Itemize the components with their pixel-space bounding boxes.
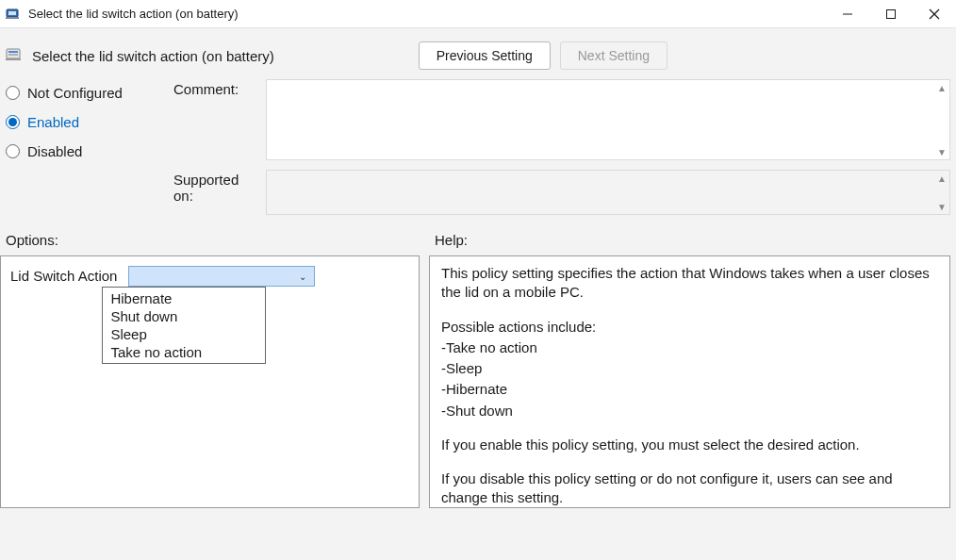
svg-rect-8 xyxy=(8,51,18,53)
supported-on-label: Supported on: xyxy=(173,170,260,204)
window-controls xyxy=(826,0,956,27)
help-line: If you disable this policy setting or do… xyxy=(441,469,938,508)
help-panel: This policy setting specifies the action… xyxy=(429,255,950,508)
scroll-up-icon[interactable]: ▲ xyxy=(936,82,948,93)
scroll-down-icon[interactable]: ▼ xyxy=(936,146,948,157)
options-label: Options: xyxy=(6,232,435,248)
supported-on-textbox: ▲ ▼ xyxy=(266,170,950,215)
nav-buttons: Previous Setting Next Setting xyxy=(419,41,668,70)
window-title: Select the lid switch action (on battery… xyxy=(28,7,826,21)
comment-label: Comment: xyxy=(173,79,260,97)
help-line: -Take no action xyxy=(441,338,938,357)
radio-icon xyxy=(6,86,20,100)
svg-rect-4 xyxy=(887,10,896,19)
dropdown-item-shut-down[interactable]: Shut down xyxy=(103,307,265,325)
section-labels: Options: Help: xyxy=(0,215,956,255)
previous-setting-button[interactable]: Previous Setting xyxy=(419,41,551,70)
app-icon xyxy=(6,7,21,22)
close-button[interactable] xyxy=(913,0,956,28)
options-panel: Lid Switch Action ⌄ Hibernate Shut down … xyxy=(0,255,420,508)
policy-icon xyxy=(6,47,23,64)
bottom-panels: Lid Switch Action ⌄ Hibernate Shut down … xyxy=(0,255,956,508)
svg-rect-1 xyxy=(8,11,16,15)
help-line: Possible actions include: xyxy=(441,318,938,337)
help-line: -Shut down xyxy=(441,402,938,420)
help-label: Help: xyxy=(435,232,468,248)
next-setting-button[interactable]: Next Setting xyxy=(560,41,668,70)
radio-label: Not Configured xyxy=(27,85,123,101)
lid-switch-dropdown: Hibernate Shut down Sleep Take no action xyxy=(102,287,266,364)
dropdown-item-take-no-action[interactable]: Take no action xyxy=(103,343,265,361)
radio-label: Disabled xyxy=(27,143,82,159)
comment-textbox[interactable]: ▲ ▼ xyxy=(266,79,950,160)
dropdown-item-sleep[interactable]: Sleep xyxy=(103,325,265,343)
help-line: -Hibernate xyxy=(441,380,938,399)
policy-title: Select the lid switch action (on battery… xyxy=(32,48,274,64)
scroll-down-icon[interactable]: ▼ xyxy=(936,201,948,212)
help-text: This policy setting specifies the action… xyxy=(441,264,938,508)
chevron-down-icon: ⌄ xyxy=(299,272,306,282)
svg-rect-9 xyxy=(8,54,18,56)
radio-icon xyxy=(6,144,20,158)
lid-switch-row: Lid Switch Action ⌄ Hibernate Shut down … xyxy=(10,266,409,287)
minimize-button[interactable] xyxy=(826,0,869,28)
title-bar: Select the lid switch action (on battery… xyxy=(0,0,956,28)
radio-not-configured[interactable]: Not Configured xyxy=(6,85,168,101)
svg-rect-2 xyxy=(6,17,19,19)
dropdown-item-hibernate[interactable]: Hibernate xyxy=(103,289,265,307)
svg-rect-10 xyxy=(6,58,21,60)
radio-icon xyxy=(6,115,20,129)
lid-switch-combobox[interactable]: ⌄ xyxy=(128,266,315,287)
scroll-up-icon[interactable]: ▲ xyxy=(936,173,948,184)
lid-switch-combo-wrap: ⌄ Hibernate Shut down Sleep Take no acti… xyxy=(128,266,315,287)
maximize-button[interactable] xyxy=(869,0,913,28)
config-area: Not Configured Enabled Disabled Comment:… xyxy=(0,79,956,215)
radio-label: Enabled xyxy=(27,114,79,130)
help-line: If you enable this policy setting, you m… xyxy=(441,436,938,454)
help-line: This policy setting specifies the action… xyxy=(441,264,938,303)
radio-enabled[interactable]: Enabled xyxy=(6,114,168,130)
policy-header: Select the lid switch action (on battery… xyxy=(0,28,956,79)
radio-disabled[interactable]: Disabled xyxy=(6,143,168,159)
state-radio-group: Not Configured Enabled Disabled xyxy=(6,79,168,159)
help-line: -Sleep xyxy=(441,359,938,378)
lid-switch-label: Lid Switch Action xyxy=(10,266,117,284)
